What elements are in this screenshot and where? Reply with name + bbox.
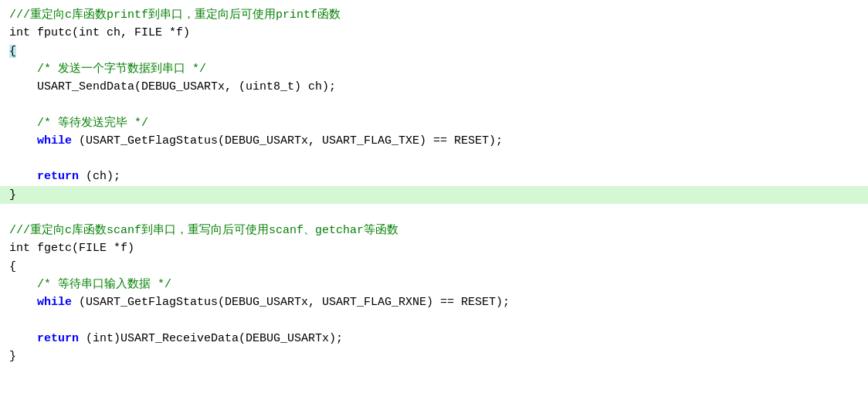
indent-8 xyxy=(9,134,37,147)
code-line-2: int fputc(int ch, FILE *f) xyxy=(0,24,868,42)
code-line-14: int fgetc(FILE *f) xyxy=(0,239,868,257)
code-line-16: /* 等待串口输入数据 */ xyxy=(0,276,868,293)
code-line-12 xyxy=(0,204,868,222)
return-body-1: (ch); xyxy=(79,170,120,183)
code-line-5: USART_SendData(DEBUG_USARTx, (uint8_t) c… xyxy=(0,78,868,96)
code-line-3: { xyxy=(0,42,868,60)
while-keyword-1: while xyxy=(37,134,72,147)
code-line-1: ///重定向c库函数printf到串口，重定向后可使用printf函数 xyxy=(0,6,868,24)
return-keyword-1: return xyxy=(37,170,79,183)
code-line-18 xyxy=(0,311,868,329)
code-line-11: } xyxy=(0,186,868,204)
indent-10 xyxy=(9,170,37,183)
code-line-20: } xyxy=(0,348,868,365)
code-line-10: return (ch); xyxy=(0,168,868,185)
code-line-19: return (int)USART_ReceiveData(DEBUG_USAR… xyxy=(0,330,868,348)
code-line-8: while (USART_GetFlagStatus(DEBUG_USARTx,… xyxy=(0,132,868,150)
indent-19 xyxy=(9,332,37,345)
blue-brace: { xyxy=(9,45,16,58)
code-line-7: /* 等待发送完毕 */ xyxy=(0,114,868,132)
while-body-2: (USART_GetFlagStatus(DEBUG_USARTx, USART… xyxy=(72,296,510,309)
while-body-1: (USART_GetFlagStatus(DEBUG_USARTx, USART… xyxy=(72,134,503,147)
code-line-17: while (USART_GetFlagStatus(DEBUG_USARTx,… xyxy=(0,293,868,311)
code-line-6 xyxy=(0,96,868,114)
return-keyword-2: return xyxy=(37,332,79,345)
indent-17 xyxy=(9,296,37,309)
code-container: ///重定向c库函数printf到串口，重定向后可使用printf函数 int … xyxy=(0,0,868,417)
code-line-4: /* 发送一个字节数据到串口 */ xyxy=(0,60,868,78)
code-line-13: ///重定向c库函数scanf到串口，重写向后可使用scanf、getchar等… xyxy=(0,222,868,239)
while-keyword-2: while xyxy=(37,296,72,309)
code-line-15: { xyxy=(0,258,868,276)
code-line-9 xyxy=(0,150,868,168)
return-body-2: (int)USART_ReceiveData(DEBUG_USARTx); xyxy=(79,332,343,345)
